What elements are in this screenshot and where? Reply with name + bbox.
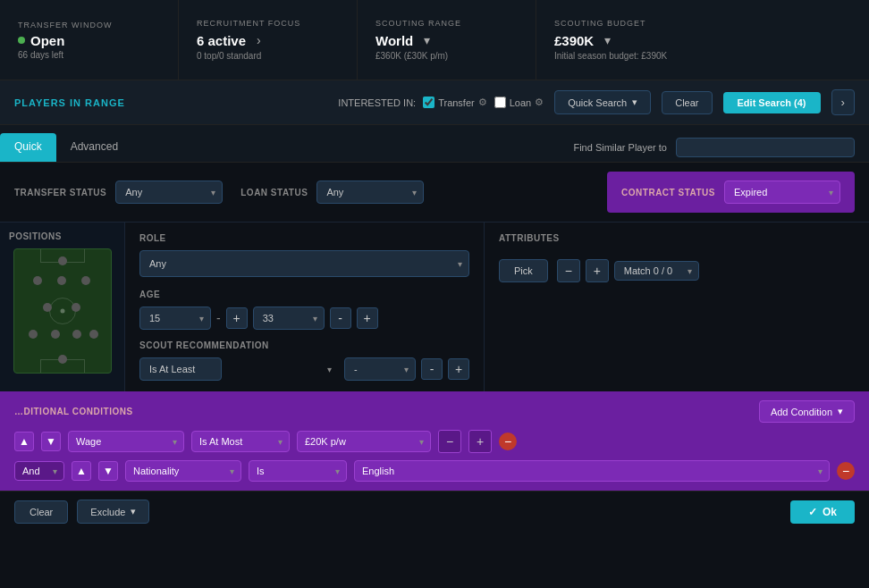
bottom-clear-button[interactable]: Clear xyxy=(14,500,68,524)
age-max-select-wrapper: 33 34 35 40 xyxy=(253,307,325,330)
scouting-range-arrow[interactable]: ▾ xyxy=(418,31,435,49)
age-row: 15 16 17 18 - + 33 34 35 40 - + xyxy=(139,307,469,330)
transfer-checkbox[interactable] xyxy=(423,97,434,108)
condition-2-comparator-select[interactable]: Is Is Not xyxy=(249,460,347,482)
player-dot-6[interactable] xyxy=(72,303,80,312)
scouting-range-sub: £360K (£30K p/m) xyxy=(375,51,518,61)
age-max-plus-button[interactable]: + xyxy=(357,307,378,329)
player-dot-2[interactable] xyxy=(33,276,42,285)
players-in-range-label: PLAYERS IN RANGE xyxy=(14,97,125,108)
attributes-header: ATTRIBUTES xyxy=(499,233,855,250)
condition-1-value-select[interactable]: £20K p/w £10K p/w £30K p/w xyxy=(297,431,431,452)
tab-quick[interactable]: Quick xyxy=(0,133,56,162)
condition-2-and-select[interactable]: And Or xyxy=(14,461,64,481)
age-max-select[interactable]: 33 34 35 40 xyxy=(253,307,325,330)
exclude-button[interactable]: Exclude ▾ xyxy=(77,500,149,524)
role-select[interactable]: Any Goalkeeper Defender Midfielder Strik… xyxy=(139,250,469,277)
loan-status-select[interactable]: Any Listed Not Listed xyxy=(316,181,424,204)
condition-1-plus-button[interactable]: + xyxy=(468,430,492,453)
player-dot-9[interactable] xyxy=(72,330,81,339)
condition-2-remove-button[interactable]: − xyxy=(837,462,855,480)
age-max-minus-button[interactable]: - xyxy=(330,307,351,329)
loan-gear-icon[interactable]: ⚙ xyxy=(535,97,544,108)
role-label: ROLE xyxy=(139,233,469,243)
player-dot-11[interactable] xyxy=(58,355,67,364)
condition-2-down-button[interactable]: ▼ xyxy=(98,461,118,481)
recruitment-focus-value: 6 active › xyxy=(197,31,339,49)
gear-icon[interactable]: ⚙ xyxy=(478,97,487,108)
add-condition-button[interactable]: Add Condition ▾ xyxy=(759,400,855,423)
condition-2-value-select[interactable]: English French German Spanish xyxy=(354,460,830,482)
age-separator: - xyxy=(216,311,221,325)
scout-comparator-select[interactable]: Is At Least Is At Most xyxy=(139,357,222,381)
condition-2-and-wrapper: And Or xyxy=(14,461,64,481)
condition-1-comparator-wrapper: Is At Most Is At Least Is xyxy=(191,431,290,452)
player-dot-5[interactable] xyxy=(43,303,52,312)
recruitment-focus-arrow[interactable]: › xyxy=(251,31,266,49)
player-dot-1[interactable] xyxy=(58,256,67,265)
loan-checkbox[interactable] xyxy=(494,97,506,108)
transfer-window-days: 66 days left xyxy=(18,50,160,60)
condition-2-field-select[interactable]: Nationality Age Wage xyxy=(125,460,241,482)
match-select[interactable]: Match 0 / 0 xyxy=(614,261,699,281)
match-plus-button[interactable]: + xyxy=(586,259,609,282)
age-min-select[interactable]: 15 16 17 18 xyxy=(139,307,211,330)
transfer-checkbox-wrapper: Transfer ⚙ xyxy=(423,97,487,108)
search-bar: PLAYERS IN RANGE INTERESTED IN: Transfer… xyxy=(0,80,869,125)
condition-2-field-wrapper: Nationality Age Wage xyxy=(125,460,241,482)
scout-plus-button[interactable]: + xyxy=(448,358,469,380)
ok-button[interactable]: ✓ Ok xyxy=(790,500,855,524)
player-dot-3[interactable] xyxy=(57,276,66,285)
quick-search-button[interactable]: Quick Search ▾ xyxy=(554,90,651,114)
find-similar-label: Find Similar Player to xyxy=(573,142,667,153)
player-dot-10[interactable] xyxy=(89,330,98,339)
next-button[interactable]: › xyxy=(831,89,855,115)
player-dot-7[interactable] xyxy=(29,330,38,339)
match-controls: − + Match 0 / 0 xyxy=(557,259,699,282)
transfer-label: Transfer xyxy=(438,97,475,108)
tabs-row: Quick Advanced Find Similar Player to xyxy=(0,125,869,163)
loan-status-label: LOAN STATUS xyxy=(240,188,308,197)
contract-status-section: CONTRACT STATUS Expired Active Expiring xyxy=(607,172,855,213)
role-select-wrapper: Any Goalkeeper Defender Midfielder Strik… xyxy=(139,250,469,277)
clear-search-button[interactable]: Clear xyxy=(662,91,712,114)
scout-value-select[interactable]: - 1 2 3 xyxy=(344,357,416,381)
match-minus-button[interactable]: − xyxy=(557,259,580,282)
loan-status-select-wrapper: Any Listed Not Listed xyxy=(316,181,424,204)
transfer-status-select[interactable]: Any Listed Not Listed xyxy=(115,181,223,204)
condition-1-down-button[interactable]: ▼ xyxy=(41,432,61,451)
open-status-dot xyxy=(18,37,25,44)
player-dot-8[interactable] xyxy=(51,330,60,339)
transfer-window-panel: TRANSFER WINDOW Open 66 days left xyxy=(0,0,179,80)
top-bar: TRANSFER WINDOW Open 66 days left RECRUI… xyxy=(0,0,869,80)
condition-1-minus-button[interactable]: − xyxy=(438,430,461,453)
condition-2-comparator-wrapper: Is Is Not xyxy=(249,460,347,482)
condition-2-up-button[interactable]: ▲ xyxy=(72,461,91,481)
scouting-budget-panel: SCOUTING BUDGET £390K ▾ Initial season b… xyxy=(536,0,715,80)
scout-controls: Is At Least Is At Most - 1 2 3 - + xyxy=(139,357,469,381)
scouting-budget-arrow[interactable]: ▾ xyxy=(599,31,616,49)
middle-panel: ROLE Any Goalkeeper Defender Midfielder … xyxy=(125,223,485,391)
contract-status-select[interactable]: Expired Active Expiring xyxy=(724,181,840,204)
player-dot-4[interactable] xyxy=(81,276,90,285)
pick-button[interactable]: Pick xyxy=(499,259,548,282)
transfer-window-value: Open xyxy=(18,33,160,48)
condition-1-remove-button[interactable]: − xyxy=(499,433,517,450)
condition-1-field-select[interactable]: Wage Age Nationality xyxy=(68,431,184,452)
edit-search-button[interactable]: Edit Search (4) xyxy=(723,92,821,113)
ok-check-icon: ✓ xyxy=(808,506,817,518)
interested-in-section: INTERESTED IN: Transfer ⚙ Loan ⚙ xyxy=(338,97,544,108)
recruitment-focus-sub: 0 top/0 standard xyxy=(197,51,339,61)
quick-search-label: Quick Search xyxy=(568,97,627,108)
condition-1-comparator-select[interactable]: Is At Most Is At Least Is xyxy=(191,431,290,452)
age-min-plus-button[interactable]: + xyxy=(226,307,248,329)
condition-1-up-button[interactable]: ▲ xyxy=(14,432,34,451)
scout-minus-button[interactable]: - xyxy=(421,358,443,380)
transfer-window-label: TRANSFER WINDOW xyxy=(18,21,160,29)
attributes-controls: Pick − + Match 0 / 0 xyxy=(499,259,855,282)
condition-1-value-wrapper: £20K p/w £10K p/w £30K p/w xyxy=(297,431,431,452)
tab-advanced[interactable]: Advanced xyxy=(56,133,132,162)
attributes-label: ATTRIBUTES xyxy=(499,233,560,243)
find-similar-input[interactable] xyxy=(676,138,855,157)
transfer-status-item: TRANSFER STATUS Any Listed Not Listed xyxy=(14,181,223,204)
